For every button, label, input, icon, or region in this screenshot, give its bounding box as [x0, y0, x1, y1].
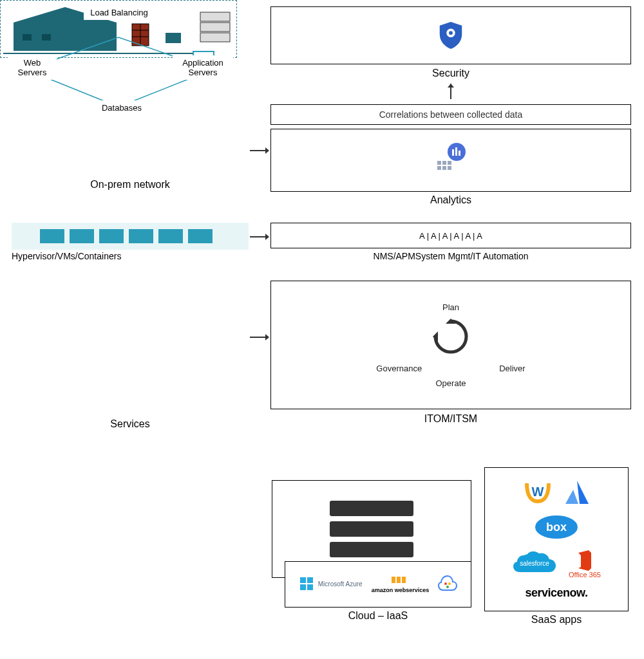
- arrow-icon: [250, 147, 269, 154]
- svg-rect-39: [300, 584, 306, 590]
- svg-rect-27: [129, 229, 153, 243]
- saas-caption: SaaS apps: [484, 614, 629, 626]
- svg-text:W: W: [532, 485, 544, 499]
- iaas-box: Microsoft Azure amazon webservices: [285, 561, 471, 608]
- atlassian-logo-icon: [564, 479, 590, 508]
- gcp-logo-icon: [438, 573, 457, 595]
- svg-rect-28: [158, 229, 183, 243]
- salesforce-logo-icon: salesforce: [512, 549, 557, 580]
- hypervisor-blocks-icon: [40, 227, 220, 246]
- arrow-icon: [447, 84, 455, 103]
- svc-web-servers: Web Servers: [8, 55, 57, 80]
- svg-rect-11: [448, 166, 451, 170]
- hypervisor-caption: Hypervisor/VMs/Containers: [12, 251, 121, 261]
- analytics-caption: Analytics: [270, 194, 631, 206]
- box-logo-icon: box: [534, 514, 579, 543]
- shield-icon: [436, 21, 466, 50]
- svg-rect-26: [99, 229, 124, 243]
- nms-caption: NMS/APMSystem Mgmt/IT Automation: [270, 251, 631, 261]
- svg-marker-55: [265, 234, 269, 240]
- svg-rect-43: [402, 577, 406, 583]
- svg-point-45: [448, 582, 451, 585]
- app-bar-icon: [330, 542, 413, 557]
- svg-rect-40: [307, 584, 313, 590]
- itom-plan: Plan: [442, 302, 459, 312]
- iaas-caption: Cloud – IaaS: [285, 610, 471, 622]
- svg-rect-10: [442, 166, 446, 170]
- svg-rect-5: [459, 151, 460, 156]
- aws-logo-icon: amazon webservices: [372, 575, 430, 593]
- saas-box: W box salesforce Office 365 servicenow.: [484, 467, 629, 611]
- svg-rect-37: [300, 577, 306, 583]
- svg-text:salesforce: salesforce: [520, 560, 549, 567]
- cycle-icon: [431, 317, 470, 358]
- svg-rect-4: [455, 147, 457, 156]
- arrow-icon: [250, 333, 269, 341]
- svg-point-46: [446, 586, 449, 588]
- svg-marker-53: [265, 147, 269, 154]
- svg-rect-24: [40, 229, 64, 243]
- svg-marker-59: [448, 84, 454, 88]
- svg-rect-29: [188, 229, 213, 243]
- security-box: [270, 6, 631, 64]
- app-bar-icon: [330, 521, 413, 537]
- itom-box: Plan Governance Deliver Operate: [270, 281, 631, 409]
- svg-rect-38: [307, 577, 313, 583]
- analytics-chart-icon: [433, 142, 468, 179]
- itom-operate: Operate: [436, 378, 466, 388]
- svg-rect-7: [442, 161, 446, 165]
- svg-point-44: [444, 582, 447, 585]
- svg-rect-9: [437, 166, 441, 170]
- correlations-box: Correlations between collected data: [270, 104, 631, 125]
- svg-rect-3: [452, 149, 454, 156]
- svg-point-1: [449, 31, 453, 35]
- hypervisor-box: [12, 223, 249, 250]
- svg-rect-6: [437, 161, 441, 165]
- itom-deliver: Deliver: [499, 364, 525, 373]
- workday-logo-icon: W: [523, 479, 553, 508]
- itom-governance: Governance: [376, 364, 422, 373]
- services-caption: Services: [12, 418, 249, 430]
- svc-app-servers: Application Servers: [173, 55, 233, 80]
- azure-logo-icon: Microsoft Azure: [299, 576, 363, 593]
- onprem-caption: On-prem network: [12, 179, 249, 190]
- itom-caption: ITOM/ITSM: [270, 413, 631, 425]
- svc-databases: Databases: [93, 100, 151, 115]
- security-caption: Security: [270, 68, 631, 79]
- svg-rect-42: [397, 577, 401, 583]
- svg-rect-8: [448, 161, 451, 165]
- office365-logo-icon: Office 365: [569, 550, 601, 579]
- arrow-icon: [250, 233, 269, 241]
- svg-marker-51: [578, 550, 591, 571]
- svg-text:box: box: [546, 521, 567, 534]
- svc-load-balancing: Load Balancing: [84, 5, 155, 20]
- servicenow-logo-text: servicenow.: [526, 586, 588, 600]
- nms-box: A | A | A | A | A | A: [270, 223, 631, 248]
- svg-rect-41: [392, 577, 395, 583]
- svg-rect-25: [70, 229, 94, 243]
- svg-marker-57: [265, 334, 269, 340]
- app-bar-icon: [330, 501, 413, 516]
- analytics-box: [270, 129, 631, 192]
